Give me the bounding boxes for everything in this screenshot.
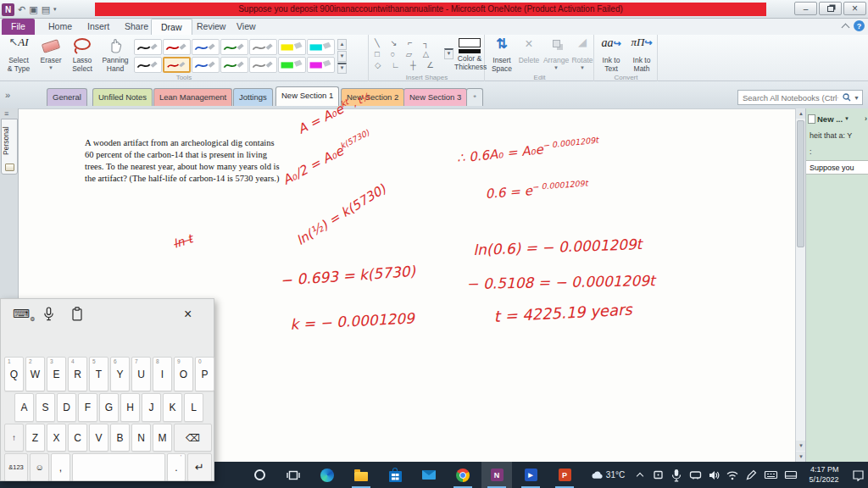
key-f[interactable]: F — [78, 393, 97, 422]
notebook-tab-personal[interactable]: Personal — [1, 119, 18, 175]
key-e[interactable]: 3E — [47, 357, 66, 391]
scrollbar-thumb[interactable] — [797, 120, 804, 247]
taskbar-task-view-button[interactable] — [278, 462, 309, 488]
tray-show-hidden-icons[interactable] — [632, 462, 648, 488]
pen-swatch[interactable] — [220, 39, 248, 55]
ink-to-math-button[interactable]: πΠ↪ Ink to Math — [627, 36, 656, 73]
dock-to-desktop-icon[interactable]: ▤ — [42, 2, 50, 17]
eraser-dropdown-icon[interactable]: ▼ — [36, 65, 66, 71]
shape-row[interactable]: ╲ ↘ ⌐ ┐ — [375, 37, 433, 48]
expand-page-tabs-icon[interactable]: › — [865, 114, 867, 123]
tab-draw[interactable]: Draw — [151, 19, 192, 35]
highlighter-swatch[interactable] — [307, 57, 335, 73]
undo-icon[interactable]: ↶ — [18, 2, 25, 17]
highlighter-swatch[interactable] — [307, 39, 335, 55]
section-tab-unfiled-notes[interactable]: Unfiled Notes — [92, 88, 153, 106]
panning-hand-button[interactable]: Panning Hand — [98, 36, 132, 73]
taskbar-powerpoint-button[interactable]: P — [549, 462, 580, 488]
pen-swatch[interactable] — [163, 39, 191, 55]
search-input[interactable] — [741, 92, 840, 103]
comma-key[interactable]: , — [51, 453, 70, 481]
key-q[interactable]: 1Q — [4, 357, 24, 391]
tab-home[interactable]: Home — [39, 19, 81, 35]
search-icon[interactable] — [843, 93, 851, 102]
insert-space-button[interactable]: ⇅ Insert Space — [487, 36, 516, 73]
key-u[interactable]: 7U — [131, 357, 151, 391]
key-p[interactable]: 0P — [195, 357, 214, 391]
tray-clock[interactable]: 4:17 PM 5/1/2022 — [802, 462, 846, 488]
section-tab-new-section-1[interactable]: New Section 1 — [275, 86, 339, 106]
pen-swatch[interactable] — [249, 57, 277, 73]
taskbar-store-button[interactable] — [380, 462, 410, 488]
key-t[interactable]: 5T — [89, 357, 108, 391]
close-keyboard-icon[interactable]: × — [184, 307, 192, 322]
tray-windows-ink[interactable] — [743, 462, 760, 488]
shift-key[interactable]: ↑ — [4, 424, 24, 452]
key-h[interactable]: H — [120, 393, 140, 422]
new-section-button[interactable]: * — [466, 88, 483, 106]
minimize-button[interactable]: – — [794, 2, 817, 15]
key-w[interactable]: 2W — [25, 357, 45, 391]
full-page-view-icon[interactable]: ▣ — [29, 2, 37, 17]
pen-swatch[interactable] — [220, 57, 248, 73]
tray-action-center[interactable] — [848, 462, 868, 488]
select-type-button[interactable]: ↖AI Select & Type — [2, 36, 36, 73]
restore-button[interactable] — [819, 2, 842, 15]
rail-menu-icon[interactable]: ≡ — [4, 109, 8, 118]
key-v[interactable]: V — [89, 424, 108, 452]
section-tab-jottings[interactable]: Jottings — [233, 88, 273, 106]
onenote-app-icon[interactable]: N — [2, 3, 14, 16]
taskbar-file-explorer-button[interactable] — [346, 462, 376, 488]
search-box[interactable]: ▼ — [737, 90, 863, 105]
ink-to-text-button[interactable]: aa↪ Ink to Text — [597, 36, 626, 73]
arrange-dropdown-icon[interactable]: ▼ — [542, 65, 570, 71]
tray-touchpad[interactable] — [782, 462, 800, 488]
section-tab-general[interactable]: General — [47, 88, 87, 106]
space-key[interactable] — [72, 453, 165, 481]
tab-view[interactable]: View — [227, 19, 265, 35]
dictation-mic-icon[interactable] — [43, 307, 54, 324]
lasso-select-button[interactable]: Lasso Select — [66, 36, 98, 73]
new-page-icon[interactable] — [808, 114, 815, 124]
taskbar-chrome-button[interactable] — [448, 462, 478, 488]
pen-gallery-down-icon[interactable]: ▼ — [337, 51, 347, 62]
page-tab[interactable]: : — [806, 145, 868, 159]
key-y[interactable]: 6Y — [110, 357, 130, 391]
tray-microphone[interactable] — [668, 462, 685, 488]
taskbar-mail-button[interactable] — [414, 462, 444, 488]
page-tabs-header[interactable]: New ... ▼ › — [806, 110, 868, 127]
pen-swatch[interactable] — [134, 39, 162, 55]
pen-gallery-more-icon[interactable]: ▼ — [337, 63, 347, 74]
tab-insert[interactable]: Insert — [78, 19, 119, 35]
key-x[interactable]: X — [47, 424, 66, 452]
section-tab-lean-management[interactable]: Lean Management — [153, 88, 232, 106]
color-thickness-button[interactable]: Color & Thickness — [454, 36, 485, 71]
key-j[interactable]: J — [142, 393, 161, 422]
enter-key[interactable]: ↵ — [187, 453, 212, 481]
pen-swatch[interactable] — [192, 39, 220, 55]
tray-volume[interactable] — [705, 462, 722, 488]
clipboard-icon[interactable] — [71, 307, 83, 324]
page-tab[interactable]: heit that a: Y — [806, 129, 868, 143]
key-d[interactable]: D — [57, 393, 76, 422]
minimize-ribbon-icon[interactable] — [842, 23, 850, 31]
key-s[interactable]: S — [36, 393, 55, 422]
keyboard-layout-icon[interactable]: ⌨⚙ — [13, 307, 36, 323]
taskbar-movies-tv-button[interactable]: ▶ — [515, 462, 546, 488]
search-scope-dropdown-icon[interactable]: ▼ — [854, 95, 860, 101]
key-z[interactable]: Z — [25, 424, 45, 452]
key-l[interactable]: L — [184, 393, 203, 422]
vertical-scrollbar[interactable]: ▲ ▼ ▼ — [795, 108, 805, 462]
key-n[interactable]: N — [131, 424, 151, 452]
arrange-button[interactable]: Arrange ▼ — [542, 36, 570, 70]
tray-keyboard[interactable] — [761, 462, 780, 488]
qat-dropdown-icon[interactable]: ▾ — [53, 2, 57, 17]
symbols-key[interactable]: &123 — [4, 453, 28, 481]
key-r[interactable]: 4R — [68, 357, 87, 391]
highlighter-swatch[interactable] — [278, 39, 306, 55]
pen-swatch[interactable] — [134, 57, 162, 73]
section-tab-new-section-3[interactable]: New Section 3 — [403, 88, 467, 106]
tray-weather[interactable]: 31°C — [587, 462, 629, 488]
page-tab-selected[interactable]: Suppose you — [806, 160, 868, 175]
pen-gallery-up-icon[interactable]: ▲ — [337, 39, 347, 50]
